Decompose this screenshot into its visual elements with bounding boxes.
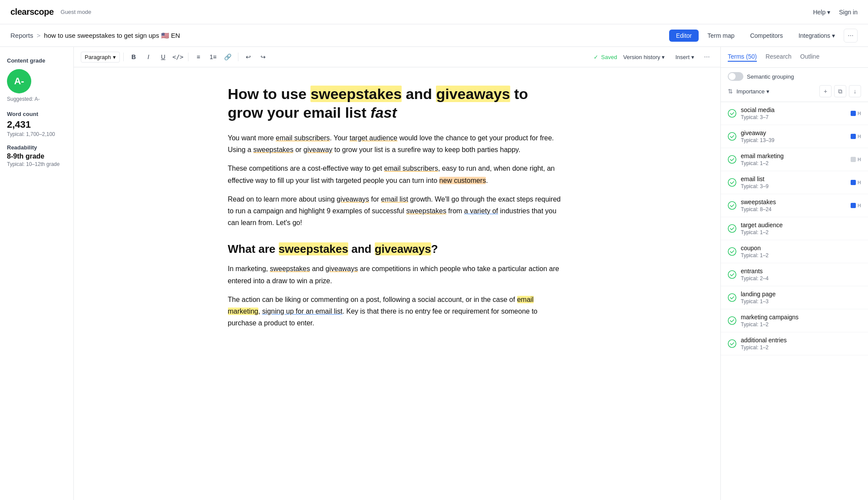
term-item[interactable]: target audienceTypical: 1–2 <box>721 217 868 240</box>
term-item[interactable]: entrantsTypical: 2–4 <box>721 263 868 286</box>
grade-circle: A- <box>7 69 31 93</box>
undo-button[interactable]: ↩ <box>242 50 255 63</box>
badge-label: H <box>858 157 861 162</box>
bullet-list-button[interactable]: ≡ <box>192 50 205 63</box>
paragraph-2: These competitions are a cost-effective … <box>228 162 567 186</box>
term-typical: Typical: 1–2 <box>741 344 861 351</box>
term-name: sweepstakes <box>741 199 851 205</box>
svg-point-4 <box>728 202 736 209</box>
term-item[interactable]: email marketingTypical: 1–2H <box>721 148 868 171</box>
term-item[interactable]: sweepstakesTypical: 8–24H <box>721 194 868 217</box>
badge-dot <box>851 111 856 116</box>
toolbar-more-button[interactable]: ··· <box>700 50 713 63</box>
paragraph-4: In marketing, sweepstakes and giveaways … <box>228 263 567 286</box>
term-name: additional entries <box>741 337 861 344</box>
redo-button[interactable]: ↪ <box>257 50 270 63</box>
ordered-list-button[interactable]: 1≡ <box>207 50 220 63</box>
semantic-label: Semantic grouping <box>747 73 794 80</box>
term-badge: H <box>851 203 861 208</box>
panel-controls: Semantic grouping ⇅ Importance ▾ + ⧉ ↓ <box>721 68 868 102</box>
section-heading-1: What are sweepstakes and giveaways? <box>228 242 567 256</box>
sign-in-link[interactable]: Sign in <box>839 9 858 16</box>
help-link[interactable]: Help ▾ <box>813 9 830 16</box>
editor-area: Paragraph ▾ B I U </> ≡ 1≡ 🔗 ↩ ↪ ✓ Saved… <box>74 47 720 500</box>
term-badge: H <box>851 111 861 116</box>
term-item[interactable]: giveawayTypical: 13–39H <box>721 125 868 148</box>
content-grade-label: Content grade <box>7 57 66 64</box>
svg-point-6 <box>728 248 736 255</box>
term-item[interactable]: additional entriesTypical: 1–2 <box>721 332 868 355</box>
insert-button[interactable]: Insert ▾ <box>671 52 699 62</box>
copy-button[interactable]: ⧉ <box>834 85 846 97</box>
term-item[interactable]: email listTypical: 3–9H <box>721 171 868 194</box>
term-info: sweepstakesTypical: 8–24 <box>741 199 851 212</box>
badge-label: H <box>858 111 861 116</box>
paragraph-3: Read on to learn more about using giveaw… <box>228 193 567 229</box>
nav-right: Help ▾ Sign in <box>813 9 858 16</box>
term-item[interactable]: landing pageTypical: 1–3 <box>721 286 868 309</box>
term-item[interactable]: couponTypical: 1–2 <box>721 240 868 263</box>
link-sweepstakes-2: sweepstakes <box>406 207 446 215</box>
integrations-tab[interactable]: Integrations ▾ <box>792 30 842 42</box>
term-name: email marketing <box>741 152 851 159</box>
sort-icon: ⇅ <box>728 88 733 95</box>
term-typical: Typical: 1–3 <box>741 298 861 305</box>
italic-button[interactable]: I <box>142 50 155 63</box>
term-badge: H <box>851 180 861 185</box>
sort-button[interactable]: Importance ▾ <box>736 88 769 95</box>
readability-value: 8-9th grade <box>7 152 66 160</box>
svg-point-8 <box>728 294 736 301</box>
semantic-row: Semantic grouping <box>728 72 861 81</box>
term-name: marketing campaigns <box>741 314 861 321</box>
paragraph-select[interactable]: Paragraph ▾ <box>81 52 120 63</box>
title-highlight-giveaways: giveaways <box>436 86 510 102</box>
terms-list: social mediaTypical: 3–7H giveawayTypica… <box>721 102 868 500</box>
term-typical: Typical: 1–2 <box>741 160 851 166</box>
download-button[interactable]: ↓ <box>849 85 861 97</box>
research-tab[interactable]: Research <box>766 53 792 62</box>
editor-content[interactable]: How to use sweepstakes and giveaways to … <box>202 67 593 500</box>
term-map-tab[interactable]: Term map <box>700 30 741 42</box>
code-button[interactable]: </> <box>172 50 185 63</box>
paragraph-5: The action can be liking or commenting o… <box>228 294 567 329</box>
badge-label: H <box>858 180 861 185</box>
controls-row: ⇅ Importance ▾ + ⧉ ↓ <box>728 85 861 97</box>
term-check-icon <box>728 247 736 256</box>
heading-highlight-giveaways: giveaways <box>375 242 431 255</box>
competitors-tab[interactable]: Competitors <box>743 30 789 42</box>
term-name: landing page <box>741 291 861 298</box>
guest-mode-label: Guest mode <box>61 9 92 15</box>
term-info: couponTypical: 1–2 <box>741 245 861 258</box>
link-button[interactable]: 🔗 <box>221 50 234 63</box>
term-item[interactable]: social mediaTypical: 3–7H <box>721 102 868 125</box>
left-sidebar: Content grade A- Suggested: A- Word coun… <box>0 47 74 500</box>
breadcrumb-separator: > <box>37 32 41 39</box>
top-nav: clearscope Guest mode Help ▾ Sign in <box>0 0 868 24</box>
toolbar: Paragraph ▾ B I U </> ≡ 1≡ 🔗 ↩ ↪ ✓ Saved… <box>74 47 720 67</box>
outline-tab[interactable]: Outline <box>800 53 819 62</box>
breadcrumb-reports[interactable]: Reports <box>10 32 33 39</box>
link-variety-of: a variety of <box>464 207 498 215</box>
nav-left: clearscope Guest mode <box>10 7 91 17</box>
underline-button[interactable]: U <box>157 50 170 63</box>
term-info: social mediaTypical: 3–7 <box>741 106 851 120</box>
more-options-button[interactable]: ··· <box>844 29 858 43</box>
version-history-button[interactable]: Version history ▾ <box>619 52 669 62</box>
editor-tab[interactable]: Editor <box>669 30 699 42</box>
term-check-icon <box>728 155 736 164</box>
term-badge: H <box>851 157 861 162</box>
toolbar-separator-3 <box>238 53 238 61</box>
terms-tab[interactable]: Terms (50) <box>728 53 757 62</box>
badge-label: H <box>858 134 861 139</box>
term-info: target audienceTypical: 1–2 <box>741 222 861 235</box>
term-item[interactable]: marketing campaignsTypical: 1–2 <box>721 309 868 332</box>
semantic-grouping-toggle[interactable] <box>728 72 743 81</box>
link-giveaway-1: giveaway <box>304 146 333 153</box>
add-term-button[interactable]: + <box>819 85 832 97</box>
link-giveaways-3: giveaways <box>326 265 358 272</box>
bold-button[interactable]: B <box>127 50 140 63</box>
term-check-icon <box>728 201 736 210</box>
breadcrumb-right: Editor Term map Competitors Integrations… <box>669 29 858 43</box>
article-title: How to use sweepstakes and giveaways to … <box>228 85 567 122</box>
term-info: entrantsTypical: 2–4 <box>741 268 861 281</box>
